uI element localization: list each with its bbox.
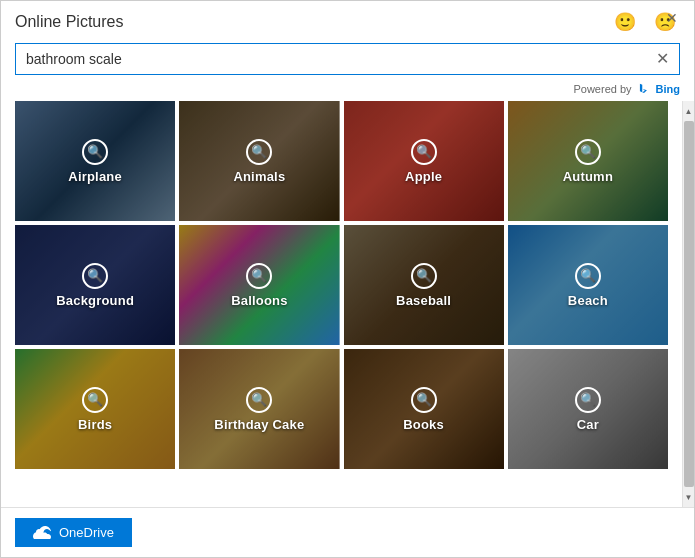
grid-item-birthday-cake[interactable]: 🔍Birthday Cake <box>179 349 339 469</box>
grid-item-label-balloons: Balloons <box>231 293 288 308</box>
onedrive-button[interactable]: OneDrive <box>15 518 132 547</box>
online-pictures-dialog: Online Pictures 🙂 🙁 ✕ ✕ Powered by Bing … <box>0 0 695 558</box>
grid-item-animals[interactable]: 🔍Animals <box>179 101 339 221</box>
bing-label: Bing <box>656 83 680 95</box>
image-grid-area: 🔍Airplane🔍Animals🔍Apple🔍Autumn🔍Backgroun… <box>1 101 682 507</box>
grid-item-label-airplane: Airplane <box>68 169 122 184</box>
search-icon-birthday-cake: 🔍 <box>246 387 272 413</box>
grid-item-label-birds: Birds <box>78 417 112 432</box>
dialog-title: Online Pictures <box>15 13 124 31</box>
search-icon-airplane: 🔍 <box>82 139 108 165</box>
scrollbar-down-arrow[interactable]: ▼ <box>683 489 695 505</box>
close-button[interactable]: ✕ <box>660 9 684 27</box>
search-icon-car: 🔍 <box>575 387 601 413</box>
emoji-smile-button[interactable]: 🙂 <box>610 11 640 33</box>
search-bar: ✕ <box>15 43 680 75</box>
search-icon-balloons: 🔍 <box>246 263 272 289</box>
search-icon-apple: 🔍 <box>411 139 437 165</box>
grid-item-background[interactable]: 🔍Background <box>15 225 175 345</box>
search-icon-background: 🔍 <box>82 263 108 289</box>
grid-item-baseball[interactable]: 🔍Baseball <box>344 225 504 345</box>
search-icon-beach: 🔍 <box>575 263 601 289</box>
title-bar: Online Pictures 🙂 🙁 ✕ <box>1 1 694 39</box>
search-icon-birds: 🔍 <box>82 387 108 413</box>
grid-item-autumn[interactable]: 🔍Autumn <box>508 101 668 221</box>
grid-item-label-background: Background <box>56 293 134 308</box>
powered-by-label: Powered by <box>573 83 631 95</box>
grid-item-birds[interactable]: 🔍Birds <box>15 349 175 469</box>
onedrive-button-label: OneDrive <box>59 525 114 540</box>
search-icon-autumn: 🔍 <box>575 139 601 165</box>
search-clear-button[interactable]: ✕ <box>646 47 679 71</box>
image-grid: 🔍Airplane🔍Animals🔍Apple🔍Autumn🔍Backgroun… <box>15 101 668 469</box>
grid-item-label-beach: Beach <box>568 293 608 308</box>
search-input[interactable] <box>16 44 646 74</box>
grid-item-airplane[interactable]: 🔍Airplane <box>15 101 175 221</box>
onedrive-icon <box>33 526 51 539</box>
grid-item-label-books: Books <box>403 417 444 432</box>
grid-item-balloons[interactable]: 🔍Balloons <box>179 225 339 345</box>
scrollbar-up-arrow[interactable]: ▲ <box>683 103 695 119</box>
powered-by-bar: Powered by Bing <box>1 79 694 101</box>
grid-item-label-autumn: Autumn <box>563 169 613 184</box>
search-icon-animals: 🔍 <box>246 139 272 165</box>
grid-item-car[interactable]: 🔍Car <box>508 349 668 469</box>
scrollbar-track: ▲ ▼ <box>682 101 694 507</box>
grid-scroll-area: 🔍Airplane🔍Animals🔍Apple🔍Autumn🔍Backgroun… <box>1 101 694 507</box>
grid-item-label-animals: Animals <box>233 169 285 184</box>
grid-item-books[interactable]: 🔍Books <box>344 349 504 469</box>
search-icon-books: 🔍 <box>411 387 437 413</box>
grid-item-apple[interactable]: 🔍Apple <box>344 101 504 221</box>
search-icon-baseball: 🔍 <box>411 263 437 289</box>
grid-item-label-car: Car <box>577 417 599 432</box>
grid-item-beach[interactable]: 🔍Beach <box>508 225 668 345</box>
grid-item-label-apple: Apple <box>405 169 442 184</box>
grid-item-label-baseball: Baseball <box>396 293 451 308</box>
scrollbar-thumb[interactable] <box>684 121 694 487</box>
bing-icon <box>636 81 652 97</box>
footer: OneDrive <box>1 507 694 557</box>
grid-item-label-birthday-cake: Birthday Cake <box>214 417 304 432</box>
